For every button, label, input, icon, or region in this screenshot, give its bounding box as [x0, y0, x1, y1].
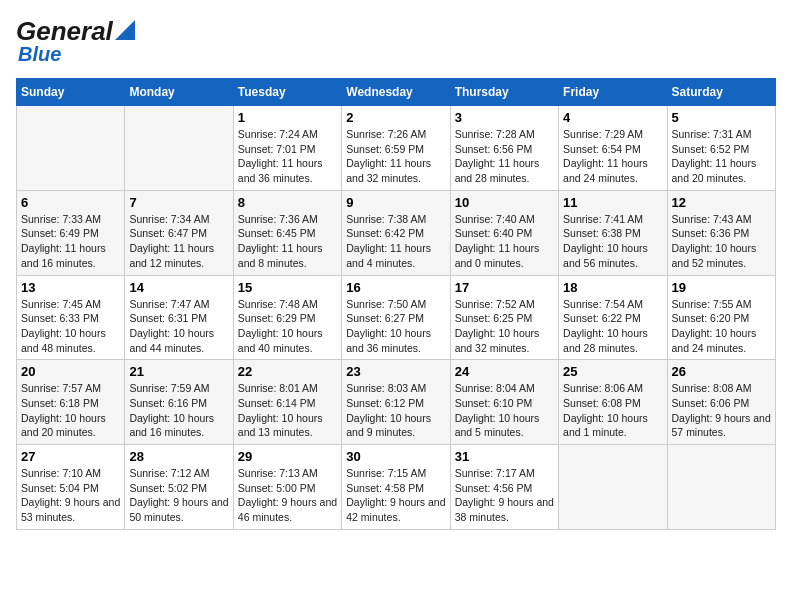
- calendar-cell: 9Sunrise: 7:38 AMSunset: 6:42 PMDaylight…: [342, 190, 450, 275]
- day-number: 14: [129, 280, 228, 295]
- calendar-cell: 20Sunrise: 7:57 AMSunset: 6:18 PMDayligh…: [17, 360, 125, 445]
- day-number: 22: [238, 364, 337, 379]
- day-number: 19: [672, 280, 771, 295]
- calendar-cell: 30Sunrise: 7:15 AMSunset: 4:58 PMDayligh…: [342, 445, 450, 530]
- day-header-monday: Monday: [125, 79, 233, 106]
- day-header-wednesday: Wednesday: [342, 79, 450, 106]
- day-header-sunday: Sunday: [17, 79, 125, 106]
- calendar-cell: 28Sunrise: 7:12 AMSunset: 5:02 PMDayligh…: [125, 445, 233, 530]
- calendar-cell: 13Sunrise: 7:45 AMSunset: 6:33 PMDayligh…: [17, 275, 125, 360]
- calendar-cell: [17, 106, 125, 191]
- calendar-cell: [667, 445, 775, 530]
- calendar-table: SundayMondayTuesdayWednesdayThursdayFrid…: [16, 78, 776, 530]
- logo-arrow-icon: [115, 20, 135, 40]
- day-number: 13: [21, 280, 120, 295]
- day-info: Sunrise: 7:31 AMSunset: 6:52 PMDaylight:…: [672, 127, 771, 186]
- week-row-1: 1Sunrise: 7:24 AMSunset: 7:01 PMDaylight…: [17, 106, 776, 191]
- header: General Blue: [16, 16, 776, 66]
- day-number: 27: [21, 449, 120, 464]
- day-number: 20: [21, 364, 120, 379]
- calendar-cell: 27Sunrise: 7:10 AMSunset: 5:04 PMDayligh…: [17, 445, 125, 530]
- day-info: Sunrise: 7:40 AMSunset: 6:40 PMDaylight:…: [455, 212, 554, 271]
- day-info: Sunrise: 7:17 AMSunset: 4:56 PMDaylight:…: [455, 466, 554, 525]
- calendar-cell: 24Sunrise: 8:04 AMSunset: 6:10 PMDayligh…: [450, 360, 558, 445]
- day-info: Sunrise: 8:06 AMSunset: 6:08 PMDaylight:…: [563, 381, 662, 440]
- day-header-saturday: Saturday: [667, 79, 775, 106]
- week-row-5: 27Sunrise: 7:10 AMSunset: 5:04 PMDayligh…: [17, 445, 776, 530]
- day-info: Sunrise: 7:28 AMSunset: 6:56 PMDaylight:…: [455, 127, 554, 186]
- day-header-friday: Friday: [559, 79, 667, 106]
- day-info: Sunrise: 7:15 AMSunset: 4:58 PMDaylight:…: [346, 466, 445, 525]
- day-info: Sunrise: 8:04 AMSunset: 6:10 PMDaylight:…: [455, 381, 554, 440]
- day-number: 1: [238, 110, 337, 125]
- day-number: 8: [238, 195, 337, 210]
- day-info: Sunrise: 8:01 AMSunset: 6:14 PMDaylight:…: [238, 381, 337, 440]
- day-number: 7: [129, 195, 228, 210]
- day-info: Sunrise: 7:24 AMSunset: 7:01 PMDaylight:…: [238, 127, 337, 186]
- calendar-cell: 22Sunrise: 8:01 AMSunset: 6:14 PMDayligh…: [233, 360, 341, 445]
- day-info: Sunrise: 7:43 AMSunset: 6:36 PMDaylight:…: [672, 212, 771, 271]
- day-info: Sunrise: 7:26 AMSunset: 6:59 PMDaylight:…: [346, 127, 445, 186]
- day-info: Sunrise: 7:41 AMSunset: 6:38 PMDaylight:…: [563, 212, 662, 271]
- day-number: 21: [129, 364, 228, 379]
- day-info: Sunrise: 8:08 AMSunset: 6:06 PMDaylight:…: [672, 381, 771, 440]
- day-info: Sunrise: 7:10 AMSunset: 5:04 PMDaylight:…: [21, 466, 120, 525]
- day-number: 24: [455, 364, 554, 379]
- day-info: Sunrise: 7:50 AMSunset: 6:27 PMDaylight:…: [346, 297, 445, 356]
- calendar-cell: 12Sunrise: 7:43 AMSunset: 6:36 PMDayligh…: [667, 190, 775, 275]
- day-number: 30: [346, 449, 445, 464]
- calendar-cell: 7Sunrise: 7:34 AMSunset: 6:47 PMDaylight…: [125, 190, 233, 275]
- calendar-cell: 8Sunrise: 7:36 AMSunset: 6:45 PMDaylight…: [233, 190, 341, 275]
- day-number: 11: [563, 195, 662, 210]
- calendar-cell: 25Sunrise: 8:06 AMSunset: 6:08 PMDayligh…: [559, 360, 667, 445]
- calendar-cell: 10Sunrise: 7:40 AMSunset: 6:40 PMDayligh…: [450, 190, 558, 275]
- day-number: 6: [21, 195, 120, 210]
- calendar-cell: 4Sunrise: 7:29 AMSunset: 6:54 PMDaylight…: [559, 106, 667, 191]
- day-info: Sunrise: 8:03 AMSunset: 6:12 PMDaylight:…: [346, 381, 445, 440]
- week-row-2: 6Sunrise: 7:33 AMSunset: 6:49 PMDaylight…: [17, 190, 776, 275]
- calendar-cell: 21Sunrise: 7:59 AMSunset: 6:16 PMDayligh…: [125, 360, 233, 445]
- calendar-cell: 1Sunrise: 7:24 AMSunset: 7:01 PMDaylight…: [233, 106, 341, 191]
- day-info: Sunrise: 7:29 AMSunset: 6:54 PMDaylight:…: [563, 127, 662, 186]
- calendar-cell: 16Sunrise: 7:50 AMSunset: 6:27 PMDayligh…: [342, 275, 450, 360]
- day-number: 29: [238, 449, 337, 464]
- day-info: Sunrise: 7:59 AMSunset: 6:16 PMDaylight:…: [129, 381, 228, 440]
- day-info: Sunrise: 7:48 AMSunset: 6:29 PMDaylight:…: [238, 297, 337, 356]
- calendar-cell: 11Sunrise: 7:41 AMSunset: 6:38 PMDayligh…: [559, 190, 667, 275]
- day-number: 17: [455, 280, 554, 295]
- day-number: 18: [563, 280, 662, 295]
- calendar-cell: 6Sunrise: 7:33 AMSunset: 6:49 PMDaylight…: [17, 190, 125, 275]
- day-info: Sunrise: 7:34 AMSunset: 6:47 PMDaylight:…: [129, 212, 228, 271]
- day-header-thursday: Thursday: [450, 79, 558, 106]
- svg-marker-0: [115, 20, 135, 40]
- calendar-cell: 26Sunrise: 8:08 AMSunset: 6:06 PMDayligh…: [667, 360, 775, 445]
- day-number: 9: [346, 195, 445, 210]
- calendar-cell: 15Sunrise: 7:48 AMSunset: 6:29 PMDayligh…: [233, 275, 341, 360]
- calendar-cell: 14Sunrise: 7:47 AMSunset: 6:31 PMDayligh…: [125, 275, 233, 360]
- calendar-cell: 17Sunrise: 7:52 AMSunset: 6:25 PMDayligh…: [450, 275, 558, 360]
- day-info: Sunrise: 7:38 AMSunset: 6:42 PMDaylight:…: [346, 212, 445, 271]
- day-number: 5: [672, 110, 771, 125]
- day-info: Sunrise: 7:36 AMSunset: 6:45 PMDaylight:…: [238, 212, 337, 271]
- logo: General Blue: [16, 16, 135, 66]
- day-number: 31: [455, 449, 554, 464]
- day-info: Sunrise: 7:45 AMSunset: 6:33 PMDaylight:…: [21, 297, 120, 356]
- week-row-4: 20Sunrise: 7:57 AMSunset: 6:18 PMDayligh…: [17, 360, 776, 445]
- day-number: 2: [346, 110, 445, 125]
- day-number: 28: [129, 449, 228, 464]
- day-info: Sunrise: 7:33 AMSunset: 6:49 PMDaylight:…: [21, 212, 120, 271]
- week-row-3: 13Sunrise: 7:45 AMSunset: 6:33 PMDayligh…: [17, 275, 776, 360]
- day-number: 26: [672, 364, 771, 379]
- day-info: Sunrise: 7:12 AMSunset: 5:02 PMDaylight:…: [129, 466, 228, 525]
- day-number: 25: [563, 364, 662, 379]
- day-info: Sunrise: 7:13 AMSunset: 5:00 PMDaylight:…: [238, 466, 337, 525]
- calendar-cell: 2Sunrise: 7:26 AMSunset: 6:59 PMDaylight…: [342, 106, 450, 191]
- calendar-cell: 31Sunrise: 7:17 AMSunset: 4:56 PMDayligh…: [450, 445, 558, 530]
- calendar-cell: 3Sunrise: 7:28 AMSunset: 6:56 PMDaylight…: [450, 106, 558, 191]
- calendar-cell: [125, 106, 233, 191]
- day-number: 15: [238, 280, 337, 295]
- day-info: Sunrise: 7:52 AMSunset: 6:25 PMDaylight:…: [455, 297, 554, 356]
- calendar-cell: 18Sunrise: 7:54 AMSunset: 6:22 PMDayligh…: [559, 275, 667, 360]
- calendar-cell: 29Sunrise: 7:13 AMSunset: 5:00 PMDayligh…: [233, 445, 341, 530]
- day-number: 4: [563, 110, 662, 125]
